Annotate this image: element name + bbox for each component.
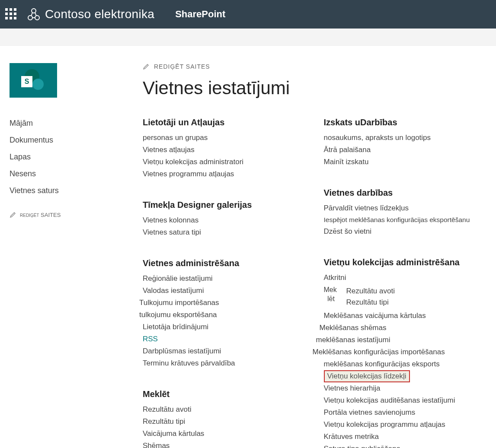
link-site-permissions[interactable]: Vietnes atļaujas <box>143 144 307 156</box>
link-enable-search-config-export[interactable]: Iespējot meklēšanas konfigurācijas ekspo… <box>324 214 488 226</box>
link-rss[interactable]: RSS <box>143 333 307 345</box>
settings-col-right: Izskats uDarbības nosaukums, apraksts un… <box>324 118 488 448</box>
link-search-config-import[interactable]: Meklēšanas konfigurācijas importēšanas <box>313 346 488 358</box>
link-result-sources[interactable]: Rezultātu avoti <box>143 404 307 416</box>
group-site-collection-administration: Vietņu kolekcijas administrēšana Atkritn… <box>324 257 488 448</box>
link-search-query-rules[interactable]: Meklēšanas vaicājuma kārtulas <box>324 310 488 322</box>
link-result-types-sc[interactable]: Rezultātu tipi <box>346 297 395 308</box>
link-delete-this-site[interactable]: Dzēst šo vietni <box>324 226 488 238</box>
page-title: Vietnes iestatījumi <box>143 78 487 98</box>
group-title: Meklēt <box>143 389 307 399</box>
content-area: S Mājām Dokumentus Lapas Nesens Vietnes … <box>0 46 496 448</box>
group-site-actions: Vietnes darbības Pārvaldīt vietnes līdze… <box>324 188 488 238</box>
main-column: REDIĢĒT SAITES Vietnes iestatījumi Lieto… <box>130 46 496 448</box>
nav-pages[interactable]: Lapas <box>10 149 121 165</box>
link-result-types[interactable]: Rezultātu tipi <box>143 416 307 428</box>
link-language-settings[interactable]: Valodas iestatījumi <box>143 285 307 297</box>
link-translation-import[interactable]: Tulkojumu importēšanas <box>139 297 307 309</box>
svg-point-2 <box>35 16 39 20</box>
link-site-collection-admins[interactable]: Vietņu kolekcijas administratori <box>143 156 307 168</box>
link-search-config-export[interactable]: meklēšanas konfigurācijas eksports <box>324 358 488 370</box>
link-query-rules[interactable]: Vaicājuma kārtulas <box>143 428 307 440</box>
link-people-groups[interactable]: personas un grupas <box>143 132 307 144</box>
link-site-app-permissions[interactable]: Vietnes programmu atļaujas <box>143 168 307 180</box>
group-web-designer-galleries: Tīmekļa Designer galerijas Vietnes kolon… <box>143 200 307 238</box>
group-title: Vietņu kolekcijas administrēšana <box>324 257 488 267</box>
link-schemas[interactable]: Shēmas <box>143 440 307 448</box>
group-search: Meklēt Rezultātu avoti Rezultātu tipi Va… <box>143 389 307 448</box>
nav-home[interactable]: Mājām <box>10 115 121 132</box>
link-term-store-management[interactable]: Terminu krātuves pārvaldība <box>143 357 307 369</box>
link-regional-settings[interactable]: Reģionālie iestatījumi <box>143 273 307 285</box>
pencil-icon <box>10 211 16 218</box>
svg-point-1 <box>28 16 32 20</box>
link-storage-metrics[interactable]: Krātuves metrika <box>324 431 488 443</box>
link-recycle-bin[interactable]: Atkritni <box>324 272 488 284</box>
group-title: Tīmekļa Designer galerijas <box>143 200 307 210</box>
link-site-collection-features[interactable]: Vietņu kolekcijas līdzekļi <box>324 370 410 382</box>
svg-line-4 <box>35 13 36 16</box>
brand-name[interactable]: Contoso elektronika <box>45 7 154 21</box>
settings-col-left: Lietotāji un Atļaujas personas un grupas… <box>143 118 307 448</box>
quick-launch-nav: Mājām Dokumentus Lapas Nesens Vietnes sa… <box>10 115 121 199</box>
link-change-look[interactable]: Mainīt izskatu <box>324 156 488 168</box>
link-site-hierarchy[interactable]: Vietnes hierarhija <box>324 382 488 394</box>
link-search-schemas[interactable]: Meklēšanas shēmas <box>320 322 488 334</box>
group-users-permissions: Lietotāji un Atļaujas personas un grupas… <box>143 118 307 180</box>
link-portal-site-connection[interactable]: Portāla vietnes savienojums <box>324 407 488 419</box>
svg-point-0 <box>32 9 36 13</box>
link-title-description-logo[interactable]: nosaukums, apraksts un logotips <box>324 132 488 144</box>
group-title: Vietnes administrēšana <box>143 258 307 268</box>
pencil-icon <box>143 63 150 70</box>
group-title: Vietnes darbības <box>324 188 488 198</box>
link-workflow-settings[interactable]: Darbplūsmas iestatījumi <box>143 345 307 357</box>
link-search-settings-sc[interactable]: meklēšanas iestatījumi <box>316 334 488 346</box>
ribbon-bar <box>0 29 496 46</box>
sub-search-row: Meklēt Rezultātu avoti Rezultātu tipi <box>324 284 488 310</box>
edit-links-sidebar[interactable]: REDIĢĒT SAITES <box>10 211 121 218</box>
site-logo[interactable]: S <box>10 63 57 98</box>
link-site-collection-app-permissions[interactable]: Vietņu kolekcijas programmu atļaujas <box>324 419 488 431</box>
settings-grid: Lietotāji un Atļaujas personas un grupas… <box>143 118 487 448</box>
brand-logo-icon <box>27 7 41 21</box>
nav-documents[interactable]: Dokumentus <box>10 132 121 149</box>
link-translation-export[interactable]: tulkojumu eksportēšana <box>139 309 307 321</box>
edit-prefix: REDIĢĒT <box>20 213 39 218</box>
left-column: S Mājām Dokumentus Lapas Nesens Vietnes … <box>0 46 130 448</box>
link-site-content-types[interactable]: Vietnes satura tipi <box>143 226 307 238</box>
suite-bar: Contoso elektronika SharePoint <box>0 0 496 29</box>
site-logo-letter: S <box>21 76 32 87</box>
product-name[interactable]: SharePoint <box>175 9 225 20</box>
sub-search-label: Meklēt <box>324 286 339 308</box>
group-title: Izskats uDarbības <box>324 118 488 127</box>
link-site-collection-audit-settings[interactable]: Vietņu kolekcijas auditēšanas iestatījum… <box>324 394 488 407</box>
nav-recent[interactable]: Nesens <box>10 165 121 182</box>
link-site-columns[interactable]: Vietnes kolonnas <box>143 214 307 226</box>
svg-line-3 <box>31 13 32 16</box>
link-content-type-publishing[interactable]: Satura tipa publicēšana <box>324 443 488 448</box>
link-manage-site-features[interactable]: Pārvaldīt vietnes līdzekļus <box>324 202 488 214</box>
group-site-administration: Vietnes administrēšana Reģionālie iestat… <box>143 258 307 369</box>
nav-site-contents[interactable]: Vietnes saturs <box>10 182 121 199</box>
group-title: Lietotāji un Atļaujas <box>143 118 307 127</box>
link-quick-launch[interactable]: Ātrā palaišana <box>324 144 488 156</box>
group-look-and-feel: Izskats uDarbības nosaukums, apraksts un… <box>324 118 488 168</box>
app-launcher-icon[interactable] <box>5 8 17 20</box>
edit-links-top[interactable]: REDIĢĒT SAITES <box>143 63 487 70</box>
edit-label: SAITES <box>41 212 61 218</box>
edit-links-text: REDIĢĒT SAITES <box>154 63 210 70</box>
link-user-alerts[interactable]: Lietotāja brīdinājumi <box>143 321 307 333</box>
link-result-sources-sc[interactable]: Rezultātu avoti <box>346 286 395 297</box>
